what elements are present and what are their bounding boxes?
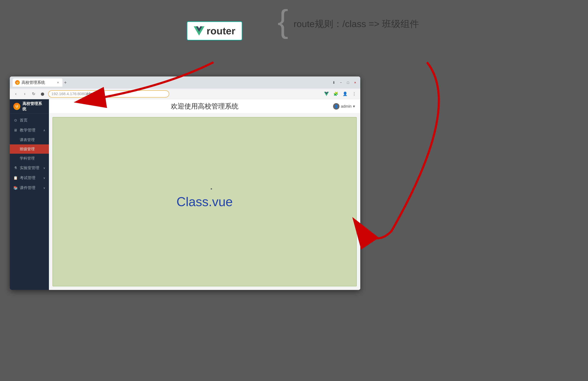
tab-title: 高校管理系统	[21, 80, 45, 85]
user-profile-icon[interactable]: 👤	[342, 91, 348, 97]
home-icon: ⊙	[13, 118, 18, 122]
browser-window: U 高校管理系统 × + ⬇ − □ × ‹ › ↻ ⬤ 192.168.4.1…	[10, 77, 360, 290]
sidebar-item-courseware[interactable]: 📚 课件管理 ∨	[10, 183, 49, 193]
address-domain: 192.168.4.176:8080	[51, 92, 86, 96]
main-header: 欢迎使用高校管理系统 👤 admin ▾	[49, 99, 360, 113]
user-info[interactable]: 👤 admin ▾	[333, 103, 355, 109]
extensions-icon[interactable]: 🧩	[333, 91, 339, 97]
subject-label: 学科管理	[20, 156, 35, 161]
sidebar-logo-text: 高校管理系统	[22, 101, 45, 112]
exam-icon: 📋	[13, 176, 18, 180]
exam-label: 考试管理	[20, 175, 41, 181]
class-vue-label: Class.vue	[176, 194, 233, 209]
sidebar-item-subject[interactable]: 学科管理	[10, 154, 49, 163]
forward-button[interactable]: ›	[21, 91, 28, 97]
sidebar-item-teaching[interactable]: 🖥 教学管理 ∧	[10, 125, 49, 135]
tab-close-button[interactable]: ×	[56, 81, 60, 85]
lab-icon: ⚗	[13, 166, 18, 170]
lab-arrow: ∨	[43, 166, 45, 170]
sidebar-item-exam[interactable]: 📋 考试管理 ∨	[10, 173, 49, 183]
main-title: 欢迎使用高校管理系统	[171, 102, 238, 111]
sidebar-logo-icon: U	[13, 103, 20, 110]
router-label: router	[207, 25, 235, 37]
username: admin	[341, 104, 352, 109]
tab-favicon: U	[15, 80, 20, 85]
courseware-label: 课件管理	[20, 185, 41, 190]
sidebar-item-lab[interactable]: ⚗ 实验室管理 ∨	[10, 163, 49, 173]
home-label: 首页	[20, 118, 45, 123]
new-tab-button[interactable]: +	[64, 80, 67, 85]
schedule-label: 课表管理	[20, 137, 35, 142]
class-component-area: Class.vue	[52, 117, 357, 286]
close-button[interactable]: ×	[353, 80, 357, 85]
app-content: U 高校管理系统 ⊙ 首页 🖥 教学管理 ∧ 课表管理	[10, 99, 360, 290]
sidebar-item-home[interactable]: ⊙ 首页	[10, 115, 49, 125]
window-controls: ⬇ − □ ×	[332, 80, 357, 85]
route-rule-text: route规则：/class => 班级组件	[294, 18, 419, 30]
download-icon[interactable]: ⬇	[332, 80, 336, 85]
home-button[interactable]: ⬤	[39, 91, 46, 97]
teaching-arrow: ∧	[43, 128, 45, 132]
address-bar[interactable]: 192.168.4.176:8080 /class	[48, 90, 169, 97]
browser-toolbar: ‹ › ↻ ⬤ 192.168.4.176:8080 /class 🧩 👤 ⋮	[10, 89, 360, 99]
browser-titlebar: U 高校管理系统 × + ⬇ − □ ×	[10, 77, 360, 89]
exam-arrow: ∨	[43, 176, 45, 180]
dot-indicator	[211, 188, 212, 190]
sidebar: U 高校管理系统 ⊙ 首页 🖥 教学管理 ∧ 课表管理	[10, 99, 49, 290]
browser-tab[interactable]: U 高校管理系统 ×	[13, 78, 63, 87]
vue-devtools-icon[interactable]	[323, 91, 330, 97]
address-path: /class	[86, 92, 96, 96]
sidebar-item-schedule[interactable]: 课表管理	[10, 135, 49, 145]
teaching-label: 教学管理	[20, 127, 41, 133]
courseware-icon: 📚	[13, 186, 18, 190]
minimize-button[interactable]: −	[338, 80, 343, 85]
user-dropdown-icon: ▾	[353, 104, 355, 109]
more-options-icon[interactable]: ⋮	[351, 91, 357, 97]
teaching-icon: 🖥	[13, 128, 18, 132]
main-content: 欢迎使用高校管理系统 👤 admin ▾ Class.vue	[49, 99, 360, 290]
courseware-arrow: ∨	[43, 186, 45, 190]
class-label: 班级管理	[20, 147, 35, 151]
sidebar-logo: U 高校管理系统	[10, 99, 49, 113]
user-avatar: 👤	[333, 103, 339, 109]
toolbar-icons: 🧩 👤 ⋮	[323, 91, 357, 97]
lab-label: 实验室管理	[20, 165, 41, 170]
maximize-button[interactable]: □	[346, 80, 350, 85]
vue-logo-icon	[194, 26, 204, 36]
sidebar-item-class[interactable]: 班级管理	[10, 145, 49, 154]
reload-button[interactable]: ↻	[30, 91, 37, 97]
router-badge: router	[187, 21, 242, 40]
back-button[interactable]: ‹	[13, 91, 19, 97]
sidebar-menu: ⊙ 首页 🖥 教学管理 ∧ 课表管理 班级管理 学科管理	[10, 113, 49, 290]
